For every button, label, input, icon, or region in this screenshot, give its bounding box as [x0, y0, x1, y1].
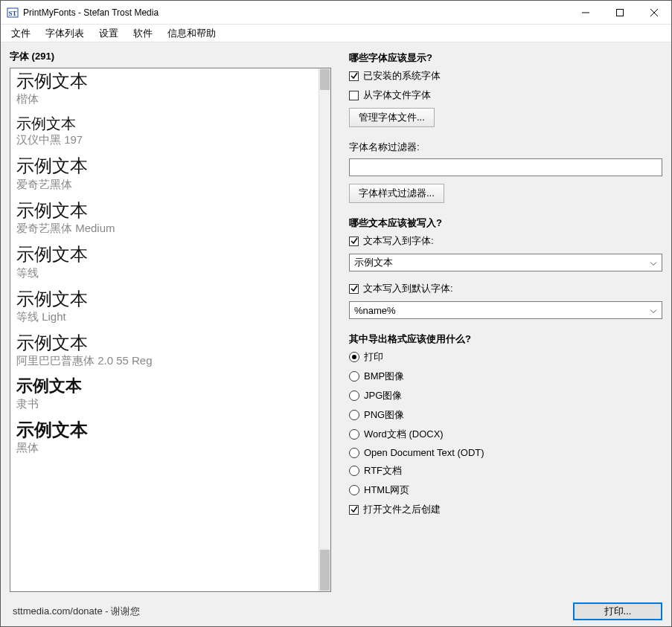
radio-docx[interactable]: Word文档 (DOCX)	[349, 428, 662, 441]
chk-label: 文本写入到默认字体:	[363, 282, 453, 295]
minimize-button[interactable]	[569, 1, 603, 24]
text-default-combo[interactable]: %name%	[349, 301, 662, 319]
chk-text-in-font[interactable]: 文本写入到字体:	[349, 234, 662, 248]
font-name: 阿里巴巴普惠体 2.0 55 Reg	[16, 354, 319, 368]
combo-value: 示例文本	[354, 256, 393, 269]
font-name: 隶书	[16, 397, 319, 411]
checkbox-icon	[349, 284, 359, 294]
radio-icon	[349, 429, 359, 440]
chevron-down-icon	[650, 305, 657, 316]
list-item[interactable]: 示例文本 等线 Light	[16, 289, 319, 324]
svg-text:ST: ST	[8, 10, 16, 17]
font-name: 汉仪中黑 197	[16, 133, 319, 147]
chk-file-fonts[interactable]: 从字体文件字体	[349, 89, 662, 102]
font-sample: 示例文本	[16, 377, 319, 395]
radio-icon	[349, 448, 359, 458]
chk-label: 从字体文件字体	[363, 89, 431, 102]
svg-rect-3	[617, 9, 624, 16]
close-button[interactable]	[637, 1, 671, 24]
radio-icon	[349, 390, 359, 401]
radio-label: 打印	[364, 350, 383, 364]
section-export: 其中导出格式应该使用什么?	[349, 332, 662, 346]
menu-settings[interactable]: 设置	[93, 25, 124, 42]
text-in-font-combo[interactable]: 示例文本	[349, 254, 662, 271]
radio-icon	[349, 466, 359, 476]
right-column: 哪些字体应该显示? 已安装的系统字体 从字体文件字体 管理字体文件... 字体名…	[349, 50, 662, 592]
section-write-text: 哪些文本应该被写入?	[349, 216, 662, 230]
radio-label: JPG图像	[364, 389, 402, 402]
chk-text-default[interactable]: 文本写入到默认字体:	[349, 282, 662, 295]
list-item[interactable]: 示例文本 黑体	[16, 420, 319, 455]
list-item[interactable]: 示例文本 爱奇艺黑体	[16, 156, 319, 191]
radio-label: HTML网页	[364, 483, 409, 497]
font-sample: 示例文本	[16, 115, 319, 132]
section-show-fonts: 哪些字体应该显示?	[349, 51, 662, 65]
list-item[interactable]: 示例文本 隶书	[16, 377, 319, 411]
font-sample: 示例文本	[16, 420, 319, 440]
chk-open-after[interactable]: 打开文件之后创建	[349, 503, 662, 516]
menu-software[interactable]: 软件	[127, 25, 159, 42]
menubar: 文件 字体列表 设置 软件 信息和帮助	[1, 25, 671, 42]
left-column: 字体 (291) 示例文本 楷体 示例文本 汉仪中黑 197 示例文本 爱奇艺黑…	[10, 50, 331, 592]
footer: sttmedia.com/donate - 谢谢您 打印...	[10, 597, 662, 626]
font-name: 爱奇艺黑体	[16, 178, 319, 192]
menu-help[interactable]: 信息和帮助	[161, 25, 222, 42]
font-list: 示例文本 楷体 示例文本 汉仪中黑 197 示例文本 爱奇艺黑体 示例文本 爱奇…	[10, 68, 331, 592]
footer-text: sttmedia.com/donate - 谢谢您	[10, 605, 140, 618]
list-item[interactable]: 示例文本 阿里巴巴普惠体 2.0 55 Reg	[16, 333, 319, 368]
chk-installed-fonts[interactable]: 已安装的系统字体	[349, 69, 662, 83]
font-name: 黑体	[16, 441, 319, 455]
radio-icon	[349, 371, 359, 382]
font-name: 等线	[16, 266, 319, 280]
font-sample: 示例文本	[16, 71, 319, 91]
client-area: 字体 (291) 示例文本 楷体 示例文本 汉仪中黑 197 示例文本 爱奇艺黑…	[1, 42, 671, 626]
combo-value: %name%	[354, 305, 396, 316]
radio-print[interactable]: 打印	[349, 350, 662, 364]
radio-label: Word文档 (DOCX)	[364, 428, 444, 441]
font-name: 等线 Light	[16, 310, 319, 324]
maximize-button[interactable]	[603, 1, 637, 24]
font-sample: 示例文本	[16, 289, 319, 309]
scrollbar-thumb[interactable]	[320, 550, 330, 591]
radio-odt[interactable]: Open Document Text (ODT)	[349, 447, 662, 458]
scrollbar[interactable]	[319, 68, 330, 591]
font-sample: 示例文本	[16, 201, 319, 220]
list-item[interactable]: 示例文本 爱奇艺黑体 Medium	[16, 201, 319, 236]
chevron-down-icon	[650, 257, 657, 269]
radio-html[interactable]: HTML网页	[349, 483, 662, 497]
font-name: 楷体	[16, 92, 319, 106]
radio-bmp[interactable]: BMP图像	[349, 370, 662, 383]
font-name: 爱奇艺黑体 Medium	[16, 222, 319, 236]
font-sample: 示例文本	[16, 333, 319, 353]
chk-label: 已安装的系统字体	[363, 69, 441, 83]
checkbox-icon	[349, 91, 359, 100]
list-item[interactable]: 示例文本 等线	[16, 245, 319, 280]
radio-jpg[interactable]: JPG图像	[349, 389, 662, 402]
window-controls	[569, 1, 671, 24]
radio-rtf[interactable]: RTF文档	[349, 464, 662, 478]
chk-label: 打开文件之后创建	[363, 503, 441, 516]
checkbox-icon	[349, 237, 359, 246]
manage-font-files-button[interactable]: 管理字体文件...	[349, 108, 435, 127]
radio-label: BMP图像	[364, 370, 404, 383]
font-sample: 示例文本	[16, 156, 319, 176]
name-filter-input[interactable]	[349, 158, 662, 176]
checkbox-icon	[349, 505, 359, 515]
titlebar: ST PrintMyFonts - Stefan Trost Media	[1, 1, 671, 25]
scrollbar-thumb[interactable]	[320, 69, 330, 90]
donate-link[interactable]: sttmedia.com/donate	[13, 605, 103, 617]
menu-file[interactable]: 文件	[5, 25, 36, 42]
radio-label: Open Document Text (ODT)	[364, 447, 484, 458]
window-title: PrintMyFonts - Stefan Trost Media	[23, 7, 159, 18]
name-filter-label: 字体名称过滤器:	[349, 141, 662, 154]
menu-fontlist[interactable]: 字体列表	[39, 25, 90, 42]
list-item[interactable]: 示例文本 汉仪中黑 197	[16, 115, 319, 147]
thanks-text: - 谢谢您	[103, 605, 141, 617]
print-button[interactable]: 打印...	[573, 602, 662, 620]
style-filter-button[interactable]: 字体样式过滤器...	[349, 184, 444, 203]
list-item[interactable]: 示例文本 楷体	[16, 71, 319, 106]
checkbox-icon	[349, 71, 359, 81]
radio-icon	[349, 352, 359, 362]
radio-label: PNG图像	[364, 408, 404, 422]
radio-png[interactable]: PNG图像	[349, 408, 662, 422]
